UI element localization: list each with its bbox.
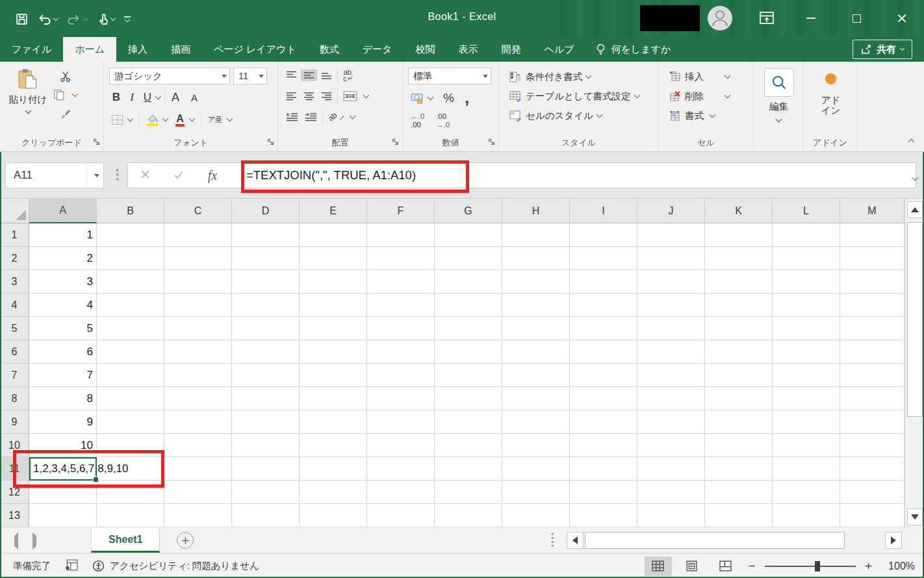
cell-I5[interactable] bbox=[570, 317, 637, 340]
cell-A1[interactable]: 1 bbox=[29, 223, 97, 247]
tab-insert[interactable]: 挿入 bbox=[116, 37, 159, 62]
italic-button[interactable]: I bbox=[125, 90, 139, 105]
chevron-down-icon[interactable] bbox=[776, 116, 782, 123]
row-header-11[interactable]: 11 bbox=[0, 457, 29, 481]
cell-G13[interactable] bbox=[435, 504, 502, 527]
borders-button[interactable] bbox=[109, 114, 135, 126]
cell-I12[interactable] bbox=[570, 481, 637, 504]
cell-D13[interactable] bbox=[232, 504, 300, 527]
cell-B5[interactable] bbox=[97, 317, 164, 340]
comma-style-button[interactable]: , bbox=[462, 94, 472, 102]
orientation-button[interactable]: ab bbox=[326, 111, 357, 123]
cell-H4[interactable] bbox=[502, 294, 570, 317]
decrease-font-button[interactable]: A bbox=[188, 91, 200, 105]
horizontal-scroll-thumb[interactable] bbox=[585, 532, 845, 549]
cell-L3[interactable] bbox=[773, 270, 840, 294]
share-button[interactable]: 共有 bbox=[853, 40, 912, 59]
font-color-button[interactable]: A bbox=[172, 112, 197, 127]
cell-E6[interactable] bbox=[300, 340, 367, 364]
touch-mouse-mode-button[interactable] bbox=[97, 12, 115, 25]
save-button[interactable] bbox=[16, 13, 28, 25]
cell-K7[interactable] bbox=[705, 364, 773, 387]
scroll-down-button[interactable] bbox=[907, 509, 923, 525]
scroll-right-button[interactable] bbox=[885, 532, 902, 549]
cell-E3[interactable] bbox=[300, 270, 367, 294]
cell-B12[interactable] bbox=[97, 481, 164, 504]
cell-B10[interactable] bbox=[97, 434, 164, 457]
formula-bar-grip[interactable]: ••• bbox=[116, 168, 118, 181]
close-button[interactable]: × bbox=[889, 9, 915, 27]
ribbon-display-options-button[interactable] bbox=[754, 9, 780, 27]
cell-E8[interactable] bbox=[300, 387, 367, 410]
touch-mode-dropdown-icon[interactable] bbox=[110, 15, 116, 20]
cell-L5[interactable] bbox=[773, 317, 840, 340]
cell-F13[interactable] bbox=[367, 504, 435, 527]
cell-G10[interactable] bbox=[435, 434, 502, 457]
tab-view[interactable]: 表示 bbox=[446, 37, 489, 62]
cell-F12[interactable] bbox=[367, 481, 435, 504]
cell-K3[interactable] bbox=[705, 270, 773, 294]
cell-D9[interactable] bbox=[232, 410, 300, 434]
cell-L2[interactable] bbox=[773, 247, 840, 270]
cell-F2[interactable] bbox=[367, 247, 435, 270]
cell-J13[interactable] bbox=[637, 504, 705, 527]
cell-L8[interactable] bbox=[773, 387, 840, 410]
conditional-formatting-button[interactable]: ≠ 条件付き書式 bbox=[507, 67, 654, 86]
cell-M8[interactable] bbox=[840, 387, 905, 410]
cell-A5[interactable]: 5 bbox=[29, 317, 97, 340]
cell-D3[interactable] bbox=[232, 270, 300, 294]
decrease-indent-button[interactable] bbox=[283, 111, 301, 123]
column-header-I[interactable]: I bbox=[570, 199, 637, 223]
cell-A2[interactable]: 2 bbox=[29, 247, 97, 270]
cell-L12[interactable] bbox=[773, 481, 840, 504]
cell-G6[interactable] bbox=[435, 340, 502, 364]
cell-H7[interactable] bbox=[502, 364, 570, 387]
cell-I8[interactable] bbox=[570, 387, 637, 410]
avatar[interactable] bbox=[708, 6, 732, 31]
cell-B1[interactable] bbox=[97, 223, 164, 247]
tab-developer[interactable]: 開発 bbox=[489, 37, 532, 62]
cell-M2[interactable] bbox=[840, 247, 905, 270]
cell-G9[interactable] bbox=[435, 410, 502, 434]
cell-I10[interactable] bbox=[570, 434, 637, 457]
cell-B7[interactable] bbox=[97, 364, 164, 387]
page-break-preview-button[interactable] bbox=[712, 557, 739, 576]
cell-E11[interactable] bbox=[300, 457, 367, 481]
cell-C3[interactable] bbox=[164, 270, 232, 294]
cell-D10[interactable] bbox=[232, 434, 300, 457]
cell-G2[interactable] bbox=[435, 247, 502, 270]
cell-I11[interactable] bbox=[570, 457, 637, 481]
cell-J5[interactable] bbox=[637, 317, 705, 340]
column-header-H[interactable]: H bbox=[502, 199, 570, 223]
cut-button[interactable] bbox=[51, 69, 80, 84]
column-header-L[interactable]: L bbox=[773, 199, 840, 223]
cell-E13[interactable] bbox=[300, 504, 367, 527]
cell-I7[interactable] bbox=[570, 364, 637, 387]
collapse-ribbon-button[interactable] bbox=[909, 136, 914, 146]
increase-indent-button[interactable] bbox=[302, 111, 320, 123]
paste-button[interactable]: 貼り付け bbox=[5, 67, 51, 120]
cell-L9[interactable] bbox=[773, 410, 840, 434]
normal-view-button[interactable] bbox=[645, 557, 672, 576]
zoom-level[interactable]: 100% bbox=[881, 560, 915, 572]
cell-C9[interactable] bbox=[164, 410, 232, 434]
number-format-combo[interactable]: 標準 bbox=[408, 68, 491, 84]
zoom-out-button[interactable]: − bbox=[746, 559, 758, 573]
cell-H6[interactable] bbox=[502, 340, 570, 364]
cell-D7[interactable] bbox=[232, 364, 300, 387]
redo-dropdown-icon[interactable] bbox=[83, 15, 88, 20]
row-header-7[interactable]: 7 bbox=[0, 364, 29, 387]
scroll-left-button[interactable] bbox=[567, 532, 584, 549]
cell-styles-button[interactable]: セルのスタイル bbox=[507, 106, 654, 125]
cell-H1[interactable] bbox=[502, 223, 570, 247]
decrease-decimal-button[interactable]: .00 →.0 bbox=[433, 112, 452, 129]
format-cells-button[interactable]: 書式 bbox=[668, 106, 749, 125]
cell-A9[interactable]: 9 bbox=[29, 410, 97, 434]
tab-help[interactable]: ヘルプ bbox=[532, 37, 585, 62]
redo-button[interactable] bbox=[67, 13, 88, 25]
cell-M9[interactable] bbox=[840, 410, 905, 434]
row-header-13[interactable]: 13 bbox=[0, 504, 29, 527]
clipboard-dialog-launcher[interactable] bbox=[93, 137, 100, 147]
phonetic-guide-button[interactable]: ア亜 bbox=[205, 115, 235, 125]
sheet-tab-sheet1[interactable]: Sheet1 bbox=[91, 528, 160, 553]
